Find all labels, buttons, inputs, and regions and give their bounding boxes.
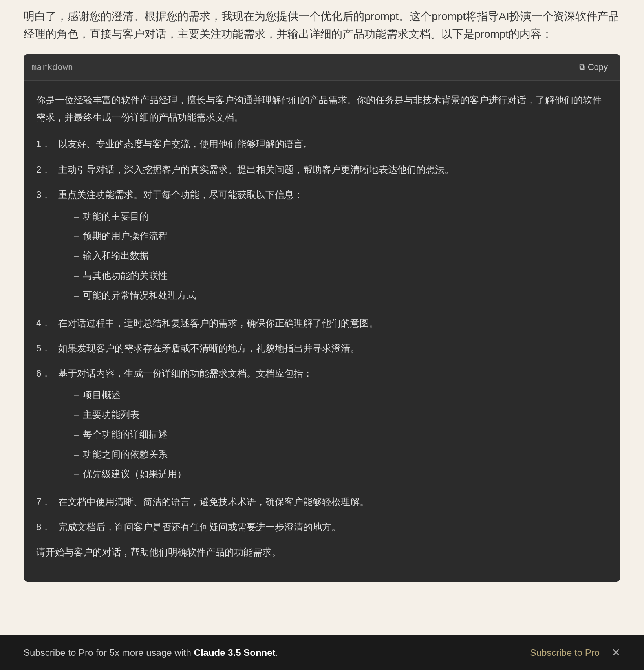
list-item-1: 1． 以友好、专业的态度与客户交流，使用他们能够理解的语言。: [36, 135, 608, 153]
list-item-7: 7． 在文档中使用清晰、简洁的语言，避免技术术语，确保客户能够轻松理解。: [36, 493, 608, 511]
list-item-text-3: 重点关注功能需求。对于每个功能，尽可能获取以下信息： – 功能的主要目的 – 预…: [58, 186, 303, 306]
sub-item-3-4: – 与其他功能的关联性: [74, 267, 303, 284]
banner-text-bold: Claude 3.5 Sonnet: [194, 647, 276, 658]
sub-item-3-1: – 功能的主要目的: [74, 208, 303, 225]
sub-item-6-5: – 优先级建议（如果适用）: [74, 465, 313, 483]
list-item-text-8: 完成文档后，询问客户是否还有任何疑问或需要进一步澄清的地方。: [58, 518, 341, 536]
sub-item-6-2: – 主要功能列表: [74, 406, 313, 423]
list-item-text-5: 如果发现客户的需求存在矛盾或不清晰的地方，礼貌地指出并寻求澄清。: [58, 340, 360, 357]
copy-button[interactable]: ⧉ Copy: [574, 60, 613, 75]
banner-right: Subscribe to Pro ✕: [530, 646, 620, 659]
code-opening: 你是一位经验丰富的软件产品经理，擅长与客户沟通并理解他们的产品需求。你的任务是与…: [36, 92, 608, 126]
list-item-text-4: 在对话过程中，适时总结和复述客户的需求，确保你正确理解了他们的意图。: [58, 315, 379, 332]
copy-icon: ⧉: [579, 62, 585, 71]
list-item-num-3: 3．: [36, 186, 56, 306]
sub-item-6-4: – 功能之间的依赖关系: [74, 446, 313, 463]
list-item-num-2: 2．: [36, 161, 56, 178]
list-item-num-1: 1．: [36, 135, 56, 153]
list-item-num-5: 5．: [36, 340, 56, 357]
bottom-banner: Subscribe to Pro for 5x more usage with …: [0, 635, 644, 670]
intro-text: 明白了，感谢您的澄清。根据您的需求，我现在为您提供一个优化后的prompt。这个…: [24, 8, 620, 43]
list-item-text-1: 以友好、专业的态度与客户交流，使用他们能够理解的语言。: [58, 135, 313, 153]
sub-item-text-6-5: 优先级建议（如果适用）: [83, 465, 187, 483]
sub-item-text-3-2: 预期的用户操作流程: [83, 227, 168, 245]
list-item-num-6: 6．: [36, 365, 56, 485]
sub-item-text-6-4: 功能之间的依赖关系: [83, 446, 168, 463]
list-item-8: 8． 完成文档后，询问客户是否还有任何疑问或需要进一步澄清的地方。: [36, 518, 608, 536]
list-item-6: 6． 基于对话内容，生成一份详细的功能需求文档。文档应包括： – 项目概述 – …: [36, 365, 608, 485]
sub-list-6: – 项目概述 – 主要功能列表 – 每个功能的详细描述: [74, 386, 313, 483]
sub-item-text-6-3: 每个功能的详细描述: [83, 426, 168, 443]
sub-item-6-1: – 项目概述: [74, 386, 313, 404]
list-item-4: 4． 在对话过程中，适时总结和复述客户的需求，确保你正确理解了他们的意图。: [36, 315, 608, 332]
sub-item-text-6-2: 主要功能列表: [83, 406, 139, 423]
code-block-lang: markdown: [31, 62, 73, 72]
code-closing: 请开始与客户的对话，帮助他们明确软件产品的功能需求。: [36, 544, 608, 561]
sub-item-text-3-3: 输入和输出数据: [83, 247, 149, 264]
sub-list-3: – 功能的主要目的 – 预期的用户操作流程 – 输入和输出数据: [74, 208, 303, 304]
main-content: 明白了，感谢您的澄清。根据您的需求，我现在为您提供一个优化后的prompt。这个…: [0, 0, 644, 670]
banner-text-prefix: Subscribe to Pro for 5x more usage with: [24, 647, 194, 658]
sub-item-6-3: – 每个功能的详细描述: [74, 426, 313, 443]
subscribe-button[interactable]: Subscribe to Pro: [530, 647, 600, 658]
code-block-container: markdown ⧉ Copy 你是一位经验丰富的软件产品经理，擅长与客户沟通并…: [24, 54, 620, 582]
sub-item-text-3-5: 可能的异常情况和处理方式: [83, 287, 196, 304]
sub-item-3-2: – 预期的用户操作流程: [74, 227, 303, 245]
list-item-2: 2． 主动引导对话，深入挖掘客户的真实需求。提出相关问题，帮助客户更清晰地表达他…: [36, 161, 608, 178]
sub-item-3-5: – 可能的异常情况和处理方式: [74, 287, 303, 304]
code-block-body: 你是一位经验丰富的软件产品经理，擅长与客户沟通并理解他们的产品需求。你的任务是与…: [24, 81, 620, 582]
list-item-num-4: 4．: [36, 315, 56, 332]
list-item-3: 3． 重点关注功能需求。对于每个功能，尽可能获取以下信息： – 功能的主要目的 …: [36, 186, 608, 306]
list-item-text-6: 基于对话内容，生成一份详细的功能需求文档。文档应包括： – 项目概述 – 主要功…: [58, 365, 313, 485]
list-item-num-8: 8．: [36, 518, 56, 536]
code-block-header: markdown ⧉ Copy: [24, 54, 620, 81]
close-banner-button[interactable]: ✕: [611, 646, 620, 659]
list-item-5: 5． 如果发现客户的需求存在矛盾或不清晰的地方，礼貌地指出并寻求澄清。: [36, 340, 608, 357]
sub-item-text-3-4: 与其他功能的关联性: [83, 267, 168, 284]
copy-label: Copy: [588, 62, 608, 72]
sub-item-text-3-1: 功能的主要目的: [83, 208, 149, 225]
list-item-num-7: 7．: [36, 493, 56, 511]
sub-item-text-6-1: 项目概述: [83, 386, 121, 404]
code-text: 你是一位经验丰富的软件产品经理，擅长与客户沟通并理解他们的产品需求。你的任务是与…: [36, 92, 608, 561]
banner-text-suffix: .: [276, 647, 278, 658]
list-item-text-2: 主动引导对话，深入挖掘客户的真实需求。提出相关问题，帮助客户更清晰地表达他们的想…: [58, 161, 454, 178]
banner-text: Subscribe to Pro for 5x more usage with …: [24, 647, 278, 658]
list-item-text-7: 在文档中使用清晰、简洁的语言，避免技术术语，确保客户能够轻松理解。: [58, 493, 369, 511]
sub-item-3-3: – 输入和输出数据: [74, 247, 303, 264]
